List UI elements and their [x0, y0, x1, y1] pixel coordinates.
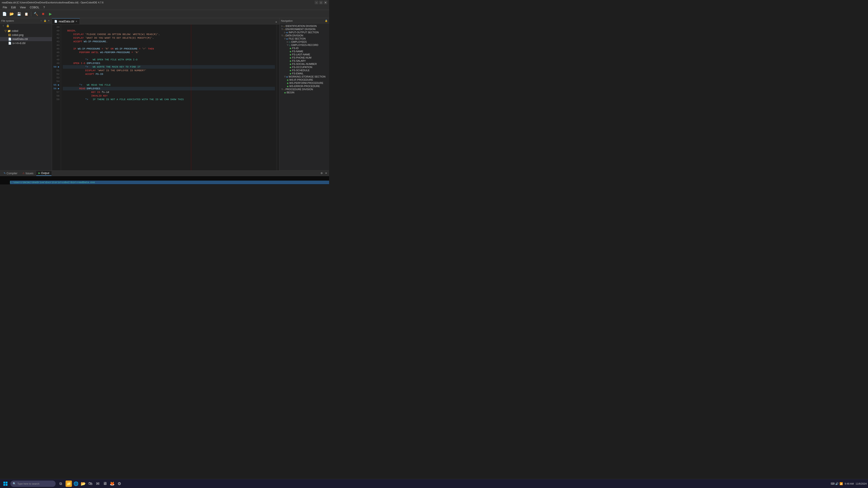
nav-ws-if-procedure[interactable]: ◆ WS-IF-PROCEDURE [280, 78, 329, 81]
file-panel-refresh-btn[interactable]: × [47, 19, 51, 22]
log-line-exe: C:\Users\Delmi\OneDrive\Escritorio\cobol… [1, 177, 328, 184]
file-panel: File system ↑ 🔒 × ↑ 🔒 ▽ 📁 cobol 🖼 [0, 18, 52, 171]
nav-fs-schedule[interactable]: ◆ FS-SCHEDULE [280, 69, 329, 72]
nav-item-label: WS-ERROR-PROCEDURE [289, 85, 320, 88]
nav-fs-social[interactable]: ◆ FS-SOCIAL-NUMBER [280, 62, 329, 65]
code-editor[interactable]: 39 40 41 42 43 44 45 46 47 48 49 50 ▶ 51… [52, 24, 279, 171]
maximize-button[interactable]: □ [319, 1, 323, 4]
logs-content[interactable]: C:\Users\Delmi\OneDrive\Escritorio\cobol… [0, 176, 329, 184]
file-tree-up-btn[interactable]: ↑ [1, 24, 5, 28]
nav-item-label: FS-SOCIAL-NUMBER [292, 63, 317, 65]
title-bar-controls: – □ ✕ [315, 1, 327, 4]
nav-fs-name[interactable]: ◆ FS-NAME [280, 50, 329, 53]
nav-environment-division[interactable]: ▽ ⬦ ENVIRONMENT DIVISION [280, 28, 329, 31]
line-num-56: 56 ▶ [52, 87, 61, 90]
nav-ws-error-procedure[interactable]: ◆ WS-ERROR-PROCEDURE [280, 85, 329, 88]
open-file-button[interactable]: 📂 [8, 11, 15, 17]
file-panel-up-btn[interactable]: ↑ [39, 19, 43, 22]
nav-fs-salary[interactable]: ◆ FS-SALARY [280, 59, 329, 62]
code-line-58: INVALID KEY [63, 94, 275, 98]
nav-fs-id[interactable]: ◆ FS-ID [280, 47, 329, 50]
minimize-button[interactable]: – [315, 1, 318, 4]
code-line-45: IF WS-IF-PROCEDURE = 'R' OR WS-IF-PROCED… [63, 47, 275, 51]
line-num-41: 41 [52, 33, 61, 36]
menu-view[interactable]: View [18, 5, 28, 9]
logs-controls: ⚙ ✕ [320, 172, 328, 175]
close-button[interactable]: ✕ [324, 1, 327, 4]
file-tree-lock-btn[interactable]: 🔒 [6, 24, 9, 28]
run-button[interactable]: ▶ [47, 11, 54, 17]
nav-expand-icon: ▽ [281, 34, 283, 37]
cobol-file-icon-2: 📄 [8, 41, 11, 45]
tab-label: readData.cbl [59, 20, 74, 23]
code-line-44 [63, 43, 275, 47]
save-button[interactable]: 💾 [16, 11, 22, 17]
menu-cobol[interactable]: COBOL [28, 5, 41, 9]
nav-item-icon: ◆ [289, 63, 291, 65]
editor-scrollbar[interactable] [277, 24, 279, 171]
code-line-47 [63, 54, 275, 58]
nav-item-icon: ⬦ [283, 25, 285, 27]
file-panel-lock-btn[interactable]: 🔒 [43, 19, 46, 22]
nav-io-section[interactable]: ▷ ◈ INPUT-OUTPUT SECTION [280, 31, 329, 34]
toolbar: 📄 📂 💾 📋 🔨 ■ ▶ [0, 10, 329, 18]
code-line-51: DISPLAY 'WHAT IS THE EMPLOYEE ID NUMBER?… [63, 69, 275, 72]
save-as-button[interactable]: 📋 [23, 11, 29, 17]
nav-identification-division[interactable]: ▷ ⬦ IDENTIFICATION DIVISION [280, 24, 329, 28]
tree-item-cobol[interactable]: ▽ 📁 cobol [0, 29, 52, 33]
nav-data-division[interactable]: ▽ ⬦ DATA DIVISION [280, 34, 329, 37]
editor-tab-menu-btn[interactable]: ≡ [274, 20, 278, 24]
tab-close-btn[interactable]: ✕ [75, 20, 77, 23]
nav-expand-icon: ▽ [281, 88, 283, 90]
menu-file[interactable]: File [1, 5, 9, 9]
logs-tab-output[interactable]: ▶ Output [36, 171, 52, 176]
tree-item-cobol-png[interactable]: 🖼 cobol.png [0, 33, 52, 37]
nav-fs-occupation[interactable]: ◆ FS-OCCUPATION [280, 65, 329, 69]
logs-panel: ✎ Compiler ⚠ Issues ▶ Output ⚙ ✕ C:\User… [0, 171, 329, 184]
nav-item-label: EMPLOYEES-RECORD [291, 43, 318, 46]
nav-expand-icon: ▽ [281, 28, 283, 30]
code-line-46: PERFORM UNTIL WS-PERFORM-PROCEDURE = 'N' [63, 51, 275, 54]
line-num-51: 51 [52, 69, 61, 72]
tree-item-readdata[interactable]: 📄 readData.cbl [0, 37, 52, 41]
nav-item-label: BEGIN [287, 91, 294, 94]
log-text: C:\Users\Delmi\OneDrive\Escritorio\cobol… [10, 181, 329, 184]
nav-fs-email[interactable]: ◆ FS-EMAIL [280, 72, 329, 75]
nav-employees-record[interactable]: ▽ ◇ EMPLOYEES-RECORD [280, 43, 329, 47]
nav-item-icon: ◆ [289, 50, 291, 53]
file-label: cobol.png [12, 33, 24, 37]
nav-expand-icon: ▽ [287, 44, 288, 46]
nav-ws-perform-procedure[interactable]: ◆ WS-PERFORM-PROCEDURE [280, 81, 329, 85]
nav-fs-last-name[interactable]: ◆ FS-LAST-NAME [280, 53, 329, 56]
nav-file-section[interactable]: ▽ ◈ FILE SECTION [280, 37, 329, 40]
nav-fs-phone[interactable]: ◆ FS-PHONE-NUM [280, 56, 329, 59]
line-num-40: 40 [52, 29, 61, 33]
logs-tab-compiler[interactable]: ✎ Compiler [1, 171, 20, 176]
line-numbers: 39 40 41 42 43 44 45 46 47 48 49 50 ▶ 51… [52, 24, 61, 171]
nav-procedure-division[interactable]: ▽ ⬦ PROCEDURE DIVISION [280, 88, 329, 91]
nav-employees[interactable]: ▷ ◇ EMPLOYEES [280, 40, 329, 43]
tree-item-srmd[interactable]: 📄 s-r-m-d.cbl [0, 41, 52, 45]
code-line-57: KEY IS fs-id [63, 90, 275, 94]
menu-help[interactable]: ? [41, 5, 47, 9]
stop-button[interactable]: ■ [40, 11, 46, 17]
code-line-52: ACCEPT FS-ID [63, 72, 275, 76]
editor-tab-readdata[interactable]: 📄 readData.cbl ✕ [52, 18, 80, 24]
code-line-50: *> WE WIRTE THE MAIN KEY TO FIND IT [63, 65, 275, 69]
nav-expand-icon: ▷ [287, 41, 288, 43]
logs-close-btn[interactable]: ✕ [324, 172, 328, 175]
code-content[interactable]: BEGIN. DISPLAY 'PLEASE CHOOSE AN OPTION … [61, 24, 277, 171]
menu-edit[interactable]: Edit [9, 5, 18, 9]
logs-tab-issues[interactable]: ⚠ Issues [20, 171, 36, 176]
logs-settings-btn[interactable]: ⚙ [320, 172, 323, 175]
nav-item-label: WORKING-STORAGE SECTION [289, 75, 326, 78]
new-file-button[interactable]: 📄 [1, 11, 8, 17]
nav-item-label: FS-SCHEDULE [292, 69, 310, 72]
nav-item-icon: ◆ [287, 85, 289, 88]
nav-working-storage[interactable]: ▽ ◈ WORKING-STORAGE SECTION [280, 75, 329, 78]
nav-panel-lock-btn[interactable]: 🔒 [324, 19, 328, 22]
nav-begin[interactable]: ◆ BEGIN [280, 91, 329, 94]
code-line-49: OPEN I-O EMPLOYEES [63, 61, 275, 65]
build-button[interactable]: 🔨 [33, 11, 39, 17]
code-line-39 [63, 25, 275, 29]
